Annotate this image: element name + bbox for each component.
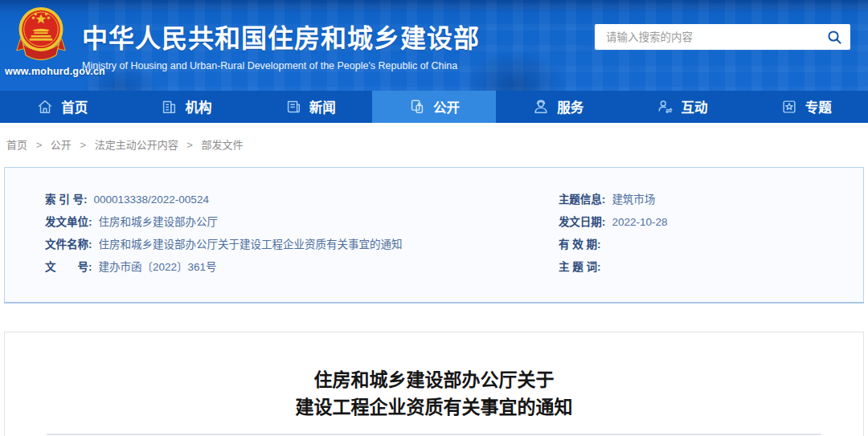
meta-row-issue-date: 发文日期: 2022-10-28 bbox=[559, 214, 823, 230]
meta-label: 发文日期: bbox=[559, 214, 606, 230]
meta-label: 发文单位: bbox=[45, 214, 92, 230]
document-title: 住房和城乡建设部办公厅关于 建设工程企业资质有关事宜的通知 bbox=[5, 366, 863, 421]
nav-item-interaction[interactable]: 互动 bbox=[620, 91, 743, 123]
meta-row-document-name: 文件名称: 住房和城乡建设部办公厅关于建设工程企业资质有关事宜的通知 bbox=[45, 237, 559, 252]
title-divider bbox=[47, 434, 821, 435]
meta-label: 有 效 期: bbox=[559, 237, 601, 252]
nav-item-label: 新闻 bbox=[309, 97, 336, 116]
nav-item-label: 公开 bbox=[433, 97, 460, 116]
breadcrumb: 首页 > 公开 > 法定主动公开内容 > 部发文件 bbox=[0, 123, 868, 162]
banner-titles: 中华人民共和国住房和城乡建设部 Ministry of Housing and … bbox=[82, 18, 480, 71]
disclosure-icon bbox=[408, 98, 426, 116]
nav-item-label: 专题 bbox=[805, 97, 832, 116]
search-button[interactable] bbox=[818, 24, 850, 50]
breadcrumb-separator: > bbox=[186, 139, 193, 151]
meta-row-validity-period: 有 效 期: bbox=[559, 237, 823, 252]
document-title-line1: 住房和城乡建设部办公厅关于 bbox=[5, 366, 863, 393]
service-icon bbox=[532, 98, 550, 116]
nav-item-disclosure[interactable]: 公开 bbox=[372, 91, 496, 123]
nav-item-home[interactable]: 首页 bbox=[0, 91, 124, 123]
nav-item-service[interactable]: 服务 bbox=[496, 91, 620, 123]
meta-value: 住房和城乡建设部办公厅 bbox=[99, 214, 219, 230]
meta-value: 住房和城乡建设部办公厅关于建设工程企业资质有关事宜的通知 bbox=[99, 237, 403, 252]
meta-row-index-number: 索 引 号: 000013338/2022-00524 bbox=[45, 192, 559, 207]
main-nav: 首页 机构 新闻 公开 服务 互动 bbox=[0, 91, 868, 123]
home-icon bbox=[36, 98, 54, 116]
ministry-title-en: Ministry of Housing and Urban-Rural Deve… bbox=[82, 60, 480, 71]
search-icon bbox=[827, 30, 842, 45]
meta-value: 建筑市场 bbox=[612, 192, 655, 207]
document-metadata-panel: 索 引 号: 000013338/2022-00524 发文单位: 住房和城乡建… bbox=[4, 167, 864, 304]
meta-row-keywords: 主 题 词: bbox=[559, 259, 823, 275]
meta-row-document-number: 文 号: 建办市函〔2022〕361号 bbox=[45, 259, 559, 275]
meta-row-issuing-unit: 发文单位: 住房和城乡建设部办公厅 bbox=[45, 214, 559, 230]
meta-label: 文 号: bbox=[45, 259, 92, 275]
breadcrumb-item-statutory-disclosure[interactable]: 法定主动公开内容 bbox=[95, 139, 178, 151]
nav-item-label: 服务 bbox=[557, 97, 583, 116]
breadcrumb-item-ministry-documents[interactable]: 部发文件 bbox=[202, 139, 244, 151]
ministry-title-cn: 中华人民共和国住房和城乡建设部 bbox=[82, 18, 480, 55]
national-emblem-icon bbox=[16, 6, 66, 64]
meta-value: 建办市函〔2022〕361号 bbox=[99, 259, 217, 275]
meta-row-topic-info: 主题信息: 建筑市场 bbox=[559, 192, 823, 207]
nav-item-news[interactable]: 新闻 bbox=[248, 91, 372, 123]
breadcrumb-separator: > bbox=[80, 139, 87, 151]
document-title-line2: 建设工程企业资质有关事宜的通知 bbox=[5, 393, 863, 421]
search-input[interactable] bbox=[595, 31, 818, 43]
nav-item-label: 互动 bbox=[682, 97, 708, 116]
meta-value: 000013338/2022-00524 bbox=[94, 192, 209, 207]
meta-value: 2022-10-28 bbox=[612, 214, 667, 230]
document-content-panel: 住房和城乡建设部办公厅关于 建设工程企业资质有关事宜的通知 bbox=[4, 332, 864, 436]
meta-label: 主题信息: bbox=[559, 192, 606, 207]
news-icon bbox=[285, 98, 302, 116]
nav-item-label: 首页 bbox=[61, 97, 88, 116]
meta-label: 主 题 词: bbox=[559, 259, 601, 275]
search-box bbox=[595, 24, 850, 50]
breadcrumb-item-disclosure[interactable]: 公开 bbox=[51, 139, 72, 151]
nav-item-organization[interactable]: 机构 bbox=[124, 91, 248, 123]
topic-icon bbox=[780, 98, 798, 116]
nav-item-label: 机构 bbox=[185, 97, 211, 116]
site-banner: www.mohurd.gov.cn 中华人民共和国住房和城乡建设部 Minist… bbox=[0, 0, 868, 91]
nav-item-topic[interactable]: 专题 bbox=[744, 91, 868, 123]
interaction-icon bbox=[657, 98, 674, 116]
breadcrumb-separator: > bbox=[36, 139, 43, 151]
metadata-right-column: 主题信息: 建筑市场 发文日期: 2022-10-28 有 效 期: 主 题 词… bbox=[559, 192, 823, 275]
metadata-left-column: 索 引 号: 000013338/2022-00524 发文单位: 住房和城乡建… bbox=[45, 192, 559, 275]
breadcrumb-item-home[interactable]: 首页 bbox=[6, 139, 27, 151]
meta-label: 索 引 号: bbox=[45, 192, 88, 207]
meta-label: 文件名称: bbox=[45, 237, 92, 252]
organization-icon bbox=[160, 98, 178, 116]
